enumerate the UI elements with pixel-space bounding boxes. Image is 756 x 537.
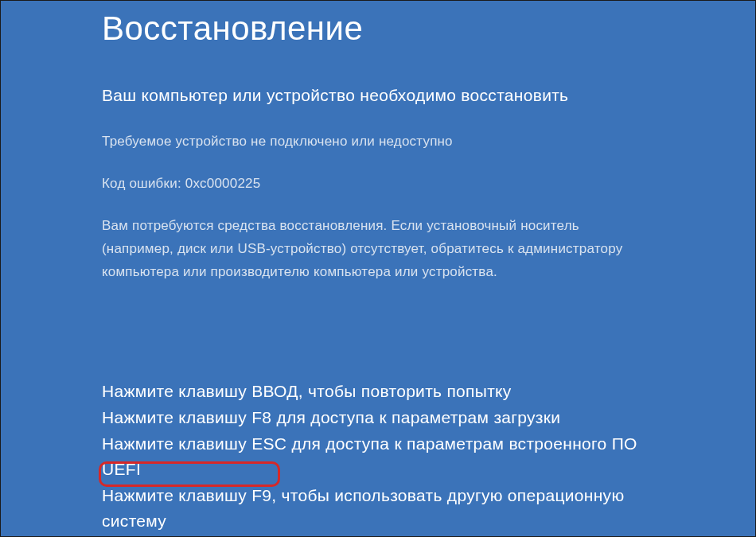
instruction-enter: Нажмите клавишу ВВОД, чтобы повторить по… xyxy=(102,379,654,405)
page-title: Восстановление xyxy=(102,10,654,48)
page-subtitle: Ваш компьютер или устройство необходимо … xyxy=(102,86,654,105)
recovery-screen: Восстановление Ваш компьютер или устройс… xyxy=(0,0,756,535)
instruction-esc: Нажмите клавишу ESC для доступа к параме… xyxy=(102,431,654,483)
error-code: Код ошибки: 0xc0000225 xyxy=(102,173,654,196)
instruction-f9: Нажмите клавишу F9, чтобы использовать д… xyxy=(102,483,654,535)
instruction-f8: Нажмите клавишу F8 для доступа к парамет… xyxy=(102,405,654,431)
keyboard-instructions: Нажмите клавишу ВВОД, чтобы повторить по… xyxy=(102,379,654,534)
error-message: Требуемое устройство не подключено или н… xyxy=(102,130,654,154)
recovery-info: Вам потребуются средства восстановления.… xyxy=(102,215,654,284)
